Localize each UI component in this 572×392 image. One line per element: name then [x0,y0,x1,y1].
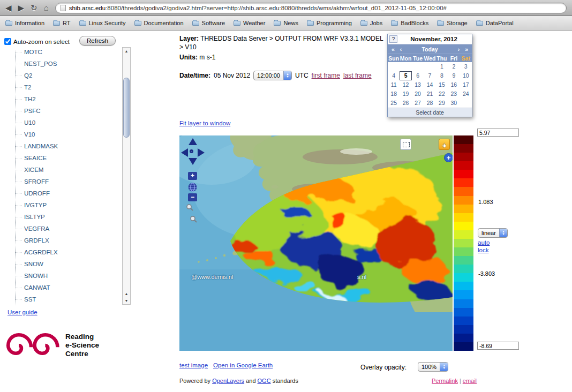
calendar-day[interactable]: 22 [436,89,448,99]
layer-tree-item[interactable]: UDROFF [16,187,118,199]
calendar-day[interactable]: 28 [424,99,435,108]
tree-scrollbar[interactable]: ▲ ▲ ▼ [122,47,131,305]
calendar-day[interactable]: 9 [448,71,460,80]
calendar-day[interactable]: 25 [388,99,400,108]
calendar-day[interactable]: 7 [424,71,435,80]
calendar-day[interactable]: 19 [400,89,411,99]
scroll-down-icon[interactable]: ▼ [123,297,130,304]
calendar-day[interactable]: 23 [448,89,460,99]
calendar-day[interactable]: 20 [412,89,424,99]
calendar-day[interactable]: 16 [448,80,460,89]
bookmark-item[interactable]: Weather [234,20,265,26]
bookmark-item[interactable]: Linux Security [79,20,126,26]
calendar-day[interactable]: 12 [400,80,411,89]
refresh-button[interactable]: Refresh [79,36,116,46]
fit-layer-link[interactable]: Fit layer to window [179,120,230,126]
user-guide-link[interactable]: User guide [7,309,37,315]
forward-icon[interactable]: ▶ [18,4,25,12]
layer-tree-item[interactable]: T2 [16,81,118,93]
last-frame-link[interactable]: last frame [343,72,372,79]
email-link[interactable]: email [463,378,477,384]
zoom-box-button[interactable] [400,139,411,150]
calendar-prev-month-button[interactable]: ‹ [397,46,405,52]
pan-left-icon[interactable] [181,148,188,157]
layer-tree-item[interactable]: SEAICE [16,152,118,164]
pan-center-icon[interactable] [190,149,193,153]
layer-tree-item[interactable]: V10 [16,129,118,140]
calendar-day[interactable]: 13 [412,80,424,89]
first-frame-link[interactable]: first frame [312,72,340,79]
url-bar[interactable]: shib.arsc.edu:8080/thredds/godiva2/godiv… [55,3,567,13]
calendar-day[interactable]: 10 [460,71,472,80]
calendar-day[interactable]: 30 [448,99,460,108]
bookmark-item[interactable]: Software [192,20,225,26]
layer-tree-item[interactable]: CANWAT [16,282,118,293]
map-viewport[interactable]: @www.demis.nl s.nl + − [179,135,453,351]
bookmark-item[interactable]: Storage [437,20,468,26]
pan-up-icon[interactable] [189,138,197,145]
autozoom-checkbox[interactable] [4,38,11,45]
bookmark-item[interactable]: Information [5,20,44,26]
calendar-day[interactable]: 5 [400,71,411,80]
openlayers-link[interactable]: OpenLayers [212,378,244,384]
layer-tree-item[interactable]: ISLTYP [16,211,118,223]
home-icon[interactable]: ⌂ [44,4,49,12]
calendar-day[interactable]: 11 [388,80,400,89]
google-earth-link[interactable]: Open in Google Earth [213,362,273,368]
bookmark-item[interactable]: News [274,20,298,26]
layer-tree-item[interactable]: U10 [16,117,118,129]
pan-right-icon[interactable] [198,148,205,157]
calendar-day[interactable]: 2 [448,62,460,71]
bookmark-item[interactable]: RT [53,20,70,26]
zoom-in-icon[interactable]: + [188,172,197,180]
calendar-day[interactable]: 18 [388,89,400,99]
pan-down-icon[interactable] [189,158,197,165]
calendar-select-date[interactable]: Select date [388,108,472,117]
layer-tree-item[interactable]: LANDMASK [16,140,118,152]
calendar-day[interactable]: 26 [400,99,411,108]
calendar-day[interactable]: 15 [436,80,448,89]
layer-tree-item[interactable]: SNOWH [16,270,118,282]
time-select[interactable]: 12:00:00 ▲▼ [253,71,292,80]
zoom-history-back-icon[interactable] [186,203,193,213]
layer-tree-item[interactable]: Q2 [16,70,118,81]
layer-tree-item[interactable]: SFROFF [16,176,118,187]
calendar-day[interactable]: 21 [424,89,435,99]
calendar-next-year-button[interactable]: » [462,46,471,52]
calendar-day[interactable]: 3 [460,62,472,71]
zoom-history-forward-icon[interactable] [190,215,197,224]
calendar-day[interactable]: 8 [436,71,448,80]
bookmark-item[interactable]: BadBlocks [391,20,428,26]
layer-tree-item[interactable]: SST [16,293,118,305]
calendar-day[interactable]: 17 [460,80,472,89]
layer-tree-item[interactable]: SNOW [16,258,118,270]
calendar-today-button[interactable]: Today [404,46,455,52]
permalink-link[interactable]: Permalink [432,378,458,384]
bookmark-item[interactable]: Documentation [134,20,184,26]
scroll-up-icon[interactable]: ▲ [123,48,130,55]
layer-tree-item[interactable]: ACGRDFLX [16,246,118,258]
zoom-world-icon[interactable] [188,183,197,193]
layer-tree-item[interactable]: VEGFRA [16,223,118,235]
ogc-link[interactable]: OGC [258,378,271,384]
layer-tree-item[interactable]: IVGTYP [16,199,118,211]
layer-tree-item[interactable]: MOTC [16,50,118,58]
pan-hand-button[interactable] [439,139,450,150]
reload-icon[interactable]: ↻ [31,4,37,12]
bookmark-item[interactable]: Jobs [360,20,382,26]
calendar-day[interactable]: 14 [424,80,435,89]
back-icon[interactable]: ◀ [5,4,12,12]
scroll-up2-icon[interactable]: ▲ [123,290,130,297]
layer-switcher-button[interactable]: + [444,153,453,162]
layer-tree-item[interactable]: XICEM [16,164,118,176]
calendar-day[interactable]: 29 [436,99,448,108]
bookmark-item[interactable]: DataPortal [476,20,514,26]
calendar-next-month-button[interactable]: › [455,46,463,52]
scale-lock-link[interactable]: lock [478,247,488,253]
scale-type-select[interactable]: linear ▲▼ [478,228,508,238]
layer-tree-item[interactable]: NEST_POS [16,58,118,70]
scrollbar-thumb[interactable] [123,78,130,138]
layer-tree-item[interactable]: TH2 [16,93,118,105]
calendar-day[interactable]: 24 [460,89,472,99]
calendar-day[interactable]: 6 [412,71,424,80]
